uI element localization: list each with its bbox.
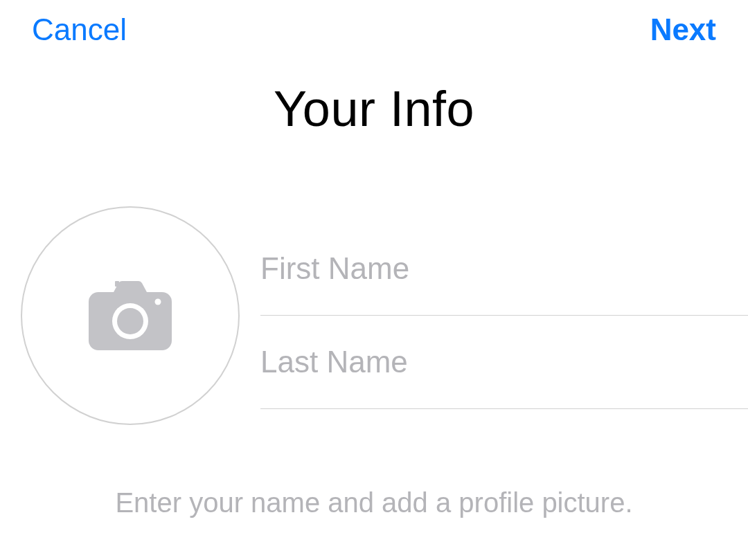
hint-text: Enter your name and add a profile pictur… <box>0 487 748 518</box>
next-button[interactable]: Next <box>650 12 716 47</box>
first-name-input[interactable] <box>260 222 748 316</box>
last-name-input[interactable] <box>260 316 748 409</box>
form-area <box>0 206 748 425</box>
camera-icon <box>89 281 172 350</box>
svg-point-3 <box>117 308 143 334</box>
name-fields <box>260 206 748 425</box>
nav-bar: Cancel Next <box>0 0 748 47</box>
cancel-button[interactable]: Cancel <box>32 12 127 47</box>
add-photo-button[interactable] <box>21 206 240 425</box>
page-title: Your Info <box>0 80 748 137</box>
svg-point-4 <box>155 299 161 305</box>
